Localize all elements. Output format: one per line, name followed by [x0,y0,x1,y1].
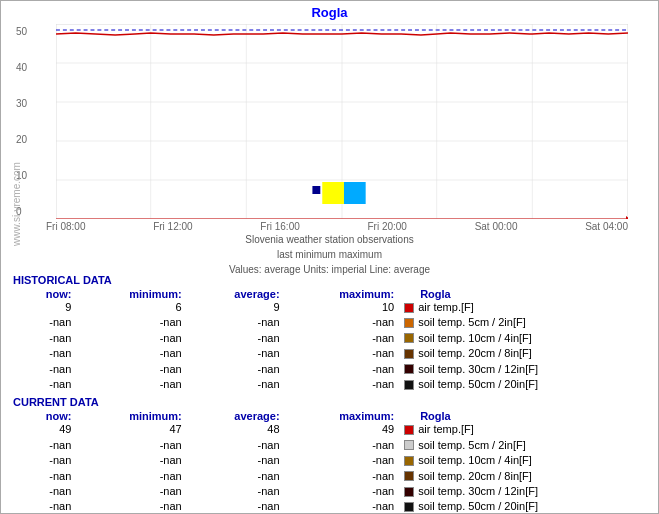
col-now: now: [13,288,77,300]
col-label-cur: Rogla [400,410,646,422]
color-swatch [404,349,414,359]
chart-svg [56,24,628,219]
color-swatch [404,487,414,497]
col-max: maximum: [286,288,401,300]
col-min-cur: minimum: [77,410,187,422]
col-min: minimum: [77,288,187,300]
color-swatch [404,425,414,435]
current-table: now: minimum: average: maximum: Rogla 49… [13,410,646,513]
col-max-cur: maximum: [286,410,401,422]
table-row: -nan-nan-nan-nansoil temp. 5cm / 2in[F] [13,438,646,453]
table-row: -nan-nan-nan-nansoil temp. 10cm / 4in[F] [13,331,646,346]
table-row: -nan-nan-nan-nansoil temp. 10cm / 4in[F] [13,453,646,468]
color-swatch [404,333,414,343]
chart-area: Rogla 50 40 30 20 10 0 [1,1,658,266]
table-row: -nan-nan-nan-nansoil temp. 20cm / 8in[F] [13,346,646,361]
color-swatch [404,380,414,390]
table-row: -nan-nan-nan-nansoil temp. 30cm / 12in[F… [13,484,646,499]
table-row: -nan-nan-nan-nansoil temp. 30cm / 12in[F… [13,362,646,377]
svg-rect-16 [322,182,344,204]
color-swatch [404,456,414,466]
table-row: -nan-nan-nan-nansoil temp. 50cm / 20in[F… [13,499,646,513]
color-swatch [404,303,414,313]
table-row: -nan-nan-nan-nansoil temp. 5cm / 2in[F] [13,315,646,330]
main-container: Rogla 50 40 30 20 10 0 [0,0,659,514]
col-label: Rogla [400,288,646,300]
color-swatch [404,318,414,328]
col-avg: average: [188,288,286,300]
x-axis-labels: Fri 08:00 Fri 12:00 Fri 16:00 Fri 20:00 … [46,221,658,232]
col-now-cur: now: [13,410,77,422]
chart-subtitles: Slovenia weather station observations la… [1,232,658,277]
chart-title: Rogla [1,1,658,20]
svg-rect-17 [344,182,366,204]
current-header: CURRENT DATA [13,396,646,408]
historical-table: now: minimum: average: maximum: Rogla 96… [13,288,646,392]
watermark: www.si-vreme.com [11,51,22,246]
color-swatch [404,502,414,512]
data-section: HISTORICAL DATA now: minimum: average: m… [1,266,658,513]
color-swatch [404,471,414,481]
svg-rect-18 [312,186,320,194]
color-swatch [404,364,414,374]
table-row: 49474849air temp.[F] [13,422,646,437]
table-row: -nan-nan-nan-nansoil temp. 20cm / 8in[F] [13,469,646,484]
color-swatch [404,440,414,450]
col-avg-cur: average: [188,410,286,422]
table-row: -nan-nan-nan-nansoil temp. 50cm / 20in[F… [13,377,646,392]
table-row: 96910air temp.[F] [13,300,646,315]
